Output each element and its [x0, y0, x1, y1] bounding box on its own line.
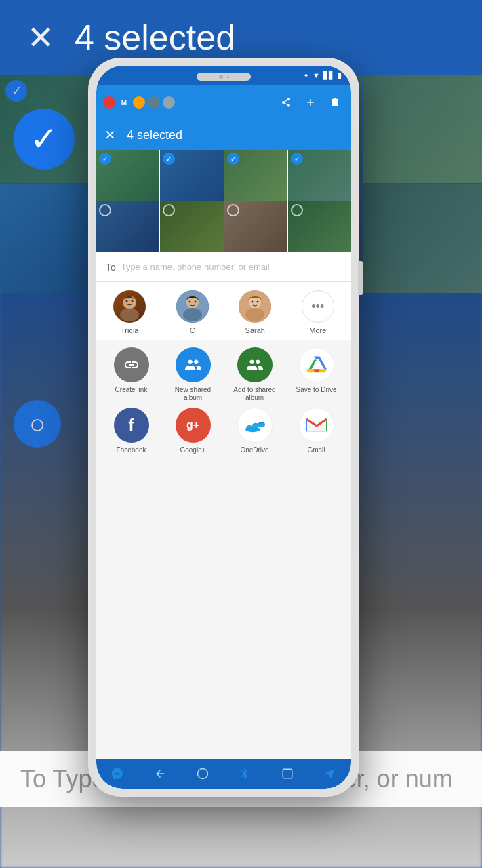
app-facebook[interactable]: f Facebook — [107, 408, 156, 454]
selection-action-bar: ✕ 4 selected — [96, 120, 351, 150]
avatar-c — [176, 290, 209, 323]
home-nav-icon[interactable] — [192, 763, 214, 785]
app-onedrive[interactable]: OneDrive — [230, 408, 279, 454]
svg-marker-16 — [306, 360, 317, 370]
app-label-gmail: Gmail — [307, 446, 325, 454]
status-icons: ✦ ▼ ▋▋ ▮ — [303, 71, 342, 80]
contact-tricia[interactable]: Tricia — [113, 290, 146, 334]
navigation-bar — [96, 759, 351, 789]
photo-8[interactable] — [288, 201, 351, 252]
svg-point-3 — [126, 300, 128, 302]
app-add-to-shared-album[interactable]: Add to shared album — [230, 347, 279, 402]
contact-name-tricia: Tricia — [121, 326, 138, 334]
contact-c[interactable]: C — [176, 290, 209, 334]
bluetooth-icon: ✦ — [303, 71, 309, 80]
photo-4[interactable]: ✓ — [288, 150, 351, 201]
gmail-icon — [299, 408, 334, 443]
contact-more[interactable]: ••• More — [302, 290, 334, 334]
svg-point-9 — [194, 301, 196, 303]
share-sheet: To Type a name, phone number, or email — [96, 252, 351, 759]
phone-screen: ✦ ▼ ▋▋ ▮ M — [96, 66, 351, 789]
app-icons-left: M — [103, 96, 175, 108]
app-google-plus[interactable]: g+ Google+ — [169, 408, 218, 454]
gplus-icon: g+ — [176, 408, 211, 443]
app-bar: M — [96, 85, 351, 120]
apps-section: Create link New shared album — [96, 340, 351, 759]
photo-6[interactable] — [160, 201, 223, 252]
photo-circle-7 — [227, 204, 239, 216]
contacts-row: Tricia — [96, 282, 351, 340]
bg-photo-8 — [363, 184, 482, 293]
to-row: To Type a name, phone number, or email — [96, 252, 351, 282]
svg-point-7 — [183, 308, 202, 321]
contact-sarah[interactable]: Sarah — [239, 290, 271, 334]
close-selection-icon[interactable]: ✕ — [104, 127, 116, 143]
bg-big-checkmark2: ○ — [14, 400, 61, 448]
more-circle: ••• — [302, 290, 334, 323]
bg-big-checkmark: ✓ — [14, 108, 75, 170]
signal-icon: ▋▋ — [323, 71, 334, 80]
battery-icon: ▮ — [338, 71, 342, 80]
photo-1[interactable]: ✓ — [96, 150, 159, 201]
app-icon-2: M — [118, 96, 130, 108]
messenger-nav-icon[interactable] — [106, 763, 128, 785]
delete-icon[interactable] — [325, 93, 344, 112]
wifi-icon: ▼ — [313, 71, 320, 79]
app-new-shared-album[interactable]: New shared album — [169, 347, 218, 402]
to-label: To — [106, 262, 116, 273]
bg-selected-title: 4 selected — [75, 17, 235, 58]
app-icon-1 — [103, 96, 115, 108]
app-icon-4 — [148, 96, 160, 108]
app-gmail[interactable]: Gmail — [292, 408, 341, 454]
photo-circle-6 — [163, 204, 175, 216]
svg-point-14 — [257, 301, 259, 303]
to-input[interactable]: Type a name, phone number, or email — [121, 262, 342, 272]
app-label-onedrive: OneDrive — [240, 446, 268, 454]
app-save-to-drive[interactable]: Save to Drive — [292, 347, 341, 402]
app-label-add-shared-album: Add to shared album — [230, 386, 279, 402]
back-nav-icon[interactable] — [149, 763, 171, 785]
app-label-facebook: Facebook — [117, 446, 146, 454]
phone-inner-shell: ✦ ▼ ▋▋ ▮ M — [96, 66, 351, 789]
photo-grid: ✓ ✓ ✓ ✓ — [96, 150, 351, 252]
photo-2[interactable]: ✓ — [160, 150, 223, 201]
svg-point-4 — [132, 300, 134, 302]
contact-name-more: More — [309, 326, 326, 334]
photo-circle-8 — [291, 204, 303, 216]
link-icon — [114, 347, 149, 382]
recents-nav-icon[interactable] — [277, 763, 298, 785]
svg-point-8 — [188, 301, 190, 303]
svg-point-13 — [252, 301, 254, 303]
app-label-create-link: Create link — [115, 386, 148, 394]
bluetooth-nav-icon[interactable] — [234, 763, 256, 785]
facebook-icon: f — [114, 408, 149, 443]
photo-7[interactable] — [224, 201, 287, 252]
photo-check-1: ✓ — [99, 153, 111, 165]
app-icon-3 — [133, 96, 145, 108]
app-icons-right — [277, 93, 344, 112]
phone-outer-shell: ✦ ▼ ▋▋ ▮ M — [88, 58, 359, 797]
apps-row-2: f Facebook g+ Google+ — [100, 408, 347, 454]
avatar-tricia — [113, 290, 146, 323]
phone-device: ✦ ▼ ▋▋ ▮ M — [88, 58, 359, 797]
photo-3[interactable]: ✓ — [224, 150, 287, 201]
bg-photo-4 — [363, 75, 482, 183]
photo-check-4: ✓ — [291, 153, 303, 165]
maps-nav-icon[interactable] — [319, 763, 341, 785]
shared-album-icon — [176, 347, 211, 382]
svg-point-21 — [197, 769, 207, 779]
share-icon[interactable] — [277, 93, 296, 112]
contact-name-c: C — [190, 326, 195, 334]
app-icon-5 — [163, 96, 175, 108]
svg-point-12 — [245, 308, 264, 321]
add-icon[interactable] — [301, 93, 320, 112]
power-button[interactable] — [358, 261, 363, 295]
photo-5[interactable] — [96, 201, 159, 252]
contact-name-sarah: Sarah — [245, 326, 265, 334]
avatar-sarah — [239, 290, 271, 323]
selection-count: 4 selected — [127, 128, 182, 142]
svg-point-19 — [245, 427, 260, 432]
svg-marker-15 — [313, 357, 326, 370]
app-label-gplus: Google+ — [180, 446, 205, 454]
app-create-link[interactable]: Create link — [107, 347, 156, 402]
